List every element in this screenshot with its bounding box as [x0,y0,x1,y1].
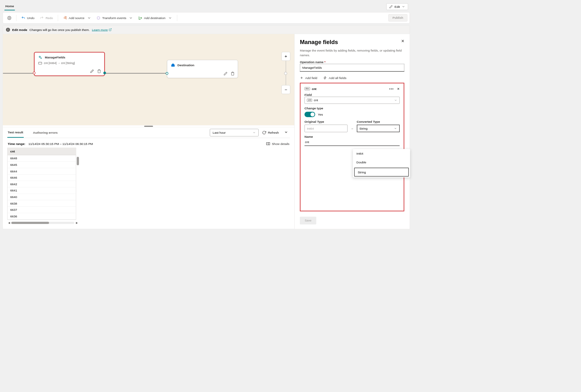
port-in[interactable] [166,72,168,75]
scroll-left-button[interactable]: ◀ [7,221,10,225]
undo-button[interactable]: Undo [19,15,37,21]
redo-icon [40,16,44,20]
change-type-toggle[interactable] [305,112,315,117]
plus-icon [300,76,303,80]
save-button: Save [300,217,316,225]
field-title: cnt [312,87,316,90]
add-destination-button[interactable]: Add destination [136,15,174,21]
details-icon [266,142,270,145]
table-row[interactable]: 6642 [7,181,76,187]
gears-icon [38,55,42,60]
field-card: Abc cnt ••• ✕ Field 123 cnt [300,83,404,211]
canvas[interactable]: ManageFields cnt [Int64] → cnt [String] [3,34,294,125]
port-in[interactable] [33,72,36,74]
dropdown-item-string[interactable]: String [354,168,409,176]
toolbar: Undo Redo Add source Transform events Ad… [3,12,410,23]
learn-more-link[interactable]: Learn more [92,28,112,31]
add-source-button[interactable]: Add source [61,15,93,21]
zoom-in-button[interactable]: + [281,52,290,61]
collapse-button[interactable] [282,129,290,136]
more-button[interactable]: ••• [389,87,394,90]
column-header-cnt[interactable]: cnt [7,148,76,155]
node-mapping: cnt [Int64] → cnt [String] [44,62,75,65]
splitter[interactable] [3,125,294,127]
time-range-label: Time range: [8,142,25,145]
tab-authoring-errors[interactable]: Authoring errors [32,128,58,137]
edit-label: Edit [395,5,400,8]
settings-button[interactable] [5,15,13,21]
learn-more-label: Learn more [92,28,108,31]
publish-button: Publish [388,14,407,21]
trash-icon[interactable] [231,72,235,76]
scroll-right-button[interactable]: ▶ [75,221,78,225]
add-all-fields-button[interactable]: Add all fields [324,76,346,80]
show-details-button[interactable]: Show details [266,142,290,145]
add-source-label: Add source [69,16,84,19]
table-row[interactable]: 6640 [7,194,76,201]
trash-icon[interactable] [97,69,101,73]
toggle-yes-label: Yes [318,113,323,116]
zoom-slider[interactable] [286,61,286,85]
refresh-button[interactable]: Refresh [262,131,279,135]
show-details-label: Show details [272,142,289,145]
port-out[interactable] [103,72,106,74]
svg-rect-4 [266,142,270,145]
pencil-icon[interactable] [224,72,228,76]
converted-type-select[interactable]: String [357,125,400,132]
scroll-thumb[interactable] [77,157,79,165]
remove-field-button[interactable]: ✕ [397,87,400,90]
dropdown-item-int64[interactable]: Int64 [353,149,410,158]
destination-icon [138,16,142,20]
number-icon: 123 [307,99,312,102]
table-row[interactable]: 6637 [7,207,76,213]
transform-button[interactable]: Transform events [94,15,135,21]
pencil-icon [389,5,393,8]
svg-point-1 [39,56,41,57]
edit-button[interactable]: Edit [386,3,408,10]
scroll-thumb[interactable] [11,222,49,224]
svg-rect-3 [38,62,42,64]
tab-test-result[interactable]: Test result [7,127,23,138]
original-type-value: Int64 [305,125,347,132]
table-row[interactable]: 6646 [7,175,76,181]
table-row[interactable]: 6645 [7,162,76,168]
chevron-down-icon [394,99,397,102]
table-row[interactable]: 6644 [7,168,76,175]
table-row[interactable]: 6638 [7,200,76,207]
zoom-thumb[interactable] [284,72,287,75]
original-type-label: Original Type [305,120,347,123]
panel-description: Manage the event fields by adding fields… [300,48,404,57]
table-row[interactable]: 6636 [7,213,76,220]
chevron-down-icon [87,16,91,20]
field-value: cnt [314,98,318,102]
panel-title: Manage fields [300,39,338,46]
node-destination[interactable]: Destination [167,60,238,78]
node-managefields[interactable]: ManageFields cnt [Int64] → cnt [String] [34,52,105,76]
transform-icon [97,16,101,20]
field-select[interactable]: 123 cnt [305,97,400,104]
zoom-out-button[interactable]: − [281,85,290,94]
vertical-scrollbar[interactable] [77,153,79,220]
converted-type-value: String [360,127,368,130]
arrow-icon: → [350,127,354,132]
dropdown-item-double[interactable]: Double [353,158,410,167]
time-range-select[interactable]: Last hour [210,129,259,136]
operation-name-input[interactable] [300,64,404,72]
external-link-icon [109,28,112,31]
table-row[interactable]: 6641 [7,187,76,194]
time-range-value: Last hour [213,131,226,134]
abc-icon: Abc [305,87,310,90]
change-type-label: Change type [305,107,400,110]
close-button[interactable]: ✕ [401,39,405,44]
chevron-down-icon [284,130,288,134]
table-row[interactable]: 6648 [7,155,76,162]
add-field-label: Add field [305,76,317,80]
node-title: ManageFields [45,56,65,59]
add-field-button[interactable]: Add field [300,76,317,80]
tab-home[interactable]: Home [4,3,15,11]
name-input[interactable] [305,138,400,146]
pencil-icon[interactable] [90,69,94,73]
horizontal-scrollbar[interactable] [11,222,74,224]
zoom-control: + − [281,52,290,94]
refresh-label: Refresh [268,131,279,134]
